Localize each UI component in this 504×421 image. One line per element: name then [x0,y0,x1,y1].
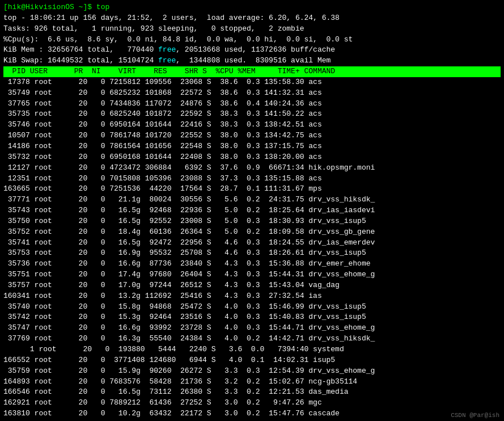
table-row: 12351 root 20 0 7015808 105396 23088 S 3… [3,174,501,184]
table-row: 12127 root 20 0 4723472 306884 6392 S 37… [3,163,501,174]
terminal-window: [hik@HikvisionOS ~]$ top top - 18:06:21 … [0,0,504,421]
table-row: 35749 root 20 0 6825232 101868 22572 S 3… [3,88,501,99]
table-header: PID USER PR NI VIRT RES SHR S %CPU %MEM … [3,66,501,77]
info-line: Tasks: 926 total, 1 running, 923 sleepin… [3,24,501,35]
table-row: 166552 root 20 0 3771408 124680 6944 S 4… [3,355,501,366]
table-row: 35753 root 20 0 16.9g 95532 25708 S 4.6 … [3,248,501,259]
info-line: top - 18:06:21 up 156 days, 21:52, 2 use… [3,13,501,24]
table-row: 37771 root 20 0 21.1g 80024 30556 S 5.6 … [3,195,501,205]
table-row: 37769 root 20 0 16.3g 55540 24384 S 4.0 … [3,334,501,344]
watermark: CSDN @Par@ish [451,412,499,419]
table-row: 17378 root 20 0 7215812 109556 23068 S 3… [3,77,501,88]
info-line: KiB Mem : 32656764 total, 770440 free, 2… [3,45,501,56]
info-line: %Cpu(s): 6.6 us, 8.6 sy, 0.0 ni, 84.8 id… [3,35,501,45]
table-row: 35743 root 20 0 16.5g 92468 22936 S 5.0 … [3,205,501,216]
table-row: 35752 root 20 0 18.4g 60136 26364 S 5.0 … [3,227,501,238]
table-row: 35735 root 20 0 6825240 101872 22592 S 3… [3,109,501,120]
table-row: 35750 root 20 0 16.5g 92552 23008 S 5.0 … [3,216,501,227]
table-row: 1 root 20 0 193880 5444 2240 S 3.6 0.0 7… [3,344,501,355]
table-rows: 17378 root 20 0 7215812 109556 23068 S 3… [3,77,501,421]
table-row: 35759 root 20 0 15.9g 90260 26272 S 3.3 … [3,366,501,377]
table-row: 35751 root 20 0 17.4g 97680 26404 S 4.3 … [3,270,501,280]
table-row: 37765 root 20 0 7434836 117072 24876 S 3… [3,99,501,110]
table-row: 10507 root 20 0 7861748 101720 22552 S 3… [3,130,501,141]
table-row: 14186 root 20 0 7861564 101656 22548 S 3… [3,141,501,152]
prompt-line: [hik@HikvisionOS ~]$ top [3,2,501,13]
table-row: 35757 root 20 0 17.0g 97244 26512 S 4.3 … [3,280,501,291]
table-row: 164893 root 20 0 7683576 58428 21736 S 3… [3,377,501,388]
table-row: 35741 root 20 0 16.5g 92472 22956 S 4.6 … [3,238,501,249]
table-row: 35732 root 20 0 6950168 101644 22408 S 3… [3,152,501,163]
table-row: 163810 root 20 0 10.2g 63432 22172 S 3.0… [3,409,501,419]
info-line: KiB Swap: 16449532 total, 15104724 free,… [3,56,501,66]
table-row: 35747 root 20 0 16.6g 93992 23728 S 4.0 … [3,323,501,334]
table-row: 35742 root 20 0 15.3g 92464 23516 S 4.0 … [3,312,501,323]
table-row: 35746 root 20 0 6950164 101644 22416 S 3… [3,120,501,130]
table-row: 35740 root 20 0 15.8g 94868 25472 S 4.0 … [3,302,501,313]
table-row: 160341 root 20 0 13.2g 112692 25416 S 4.… [3,291,501,302]
table-row: 163665 root 20 0 7251536 44220 17564 S 2… [3,184,501,195]
table-row: 35736 root 20 0 16.6g 87736 23840 S 4.3 … [3,259,501,270]
info-lines: top - 18:06:21 up 156 days, 21:52, 2 use… [3,13,501,66]
table-row: 162921 root 20 0 7889212 61436 27252 S 3… [3,398,501,409]
table-row: 166546 root 20 0 16.5g 73112 26380 S 3.3… [3,387,501,398]
